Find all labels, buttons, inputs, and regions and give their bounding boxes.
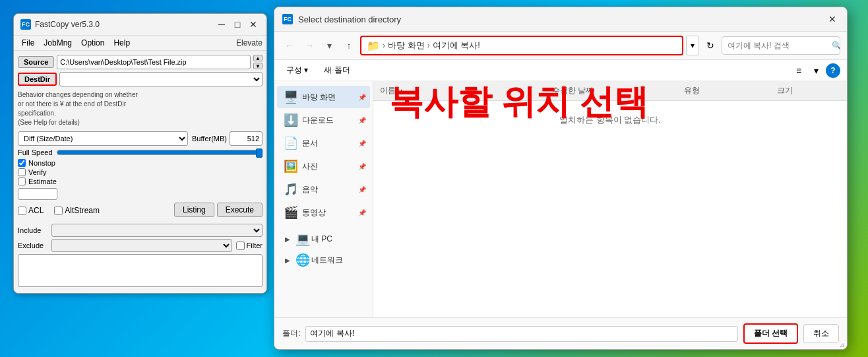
dialog-title-left: FC Select destination directory: [282, 14, 401, 24]
network-expand-arrow: ▶: [285, 257, 290, 264]
text-input-row: [18, 188, 263, 200]
nav-dropdown[interactable]: ▾: [686, 36, 699, 55]
behavior-text: Behavior changes depending on whetheror …: [18, 89, 263, 129]
mypc-icon: 💻: [295, 232, 309, 246]
nonstop-label: Nonstop: [28, 159, 55, 167]
empty-message: 일치하는 항목이 없습니다.: [559, 114, 661, 126]
scroll-down-arrow[interactable]: ▼: [253, 63, 263, 69]
nav-recent-button[interactable]: ▾: [321, 37, 338, 54]
filter-checkbox[interactable]: [236, 242, 245, 250]
log-area[interactable]: [18, 254, 263, 287]
filter-checkbox-row: Filter: [236, 242, 263, 250]
mypc-expand-arrow: ▶: [285, 236, 290, 243]
sidebar-item-videos[interactable]: 🎬 동영상 📌: [277, 201, 370, 224]
exclude-select[interactable]: [51, 239, 232, 252]
breadcrumb-current[interactable]: 여기에 복사!: [433, 40, 480, 51]
action-buttons: Listing Execute: [174, 203, 263, 217]
downloads-icon: ⬇️: [284, 113, 297, 127]
scroll-up-arrow[interactable]: ▲: [253, 55, 263, 61]
dialog-footer: 폴더: 폴더 선택 취소: [274, 317, 847, 349]
sort-arrow: ▲: [398, 87, 405, 94]
buffer-row: Buffer(MB): [192, 131, 263, 146]
sidebar-music-label: 음악: [302, 184, 318, 195]
estimate-checkbox[interactable]: [18, 178, 26, 185]
sidebar-item-network[interactable]: ▶ 🌐 네트워크: [274, 249, 373, 271]
resize-handle[interactable]: ⊿: [839, 341, 846, 348]
source-input[interactable]: [57, 55, 251, 69]
arrange-button[interactable]: 구성 ▾: [281, 63, 313, 78]
col-size[interactable]: 크기: [770, 84, 847, 98]
menu-bar: File JobMng Option Help Elevate: [14, 36, 266, 51]
minimize-button[interactable]: ─: [215, 18, 228, 31]
titlebar-left: FC FastCopy ver5.3.0: [20, 19, 100, 30]
diff-select[interactable]: Diff (Size/Date): [18, 131, 188, 146]
verify-checkbox[interactable]: [18, 168, 26, 176]
source-scroll: ▲ ▼: [253, 55, 263, 69]
dialog-nav: ← → ▾ ↑ 📁 › 바탕 화면 › 여기에 복사! ▾ ↻ 🔍: [274, 32, 847, 60]
view-list-button[interactable]: ≡: [791, 63, 806, 78]
sidebar-item-documents[interactable]: 📄 문서 📌: [277, 132, 370, 154]
execute-button[interactable]: Execute: [217, 203, 263, 217]
breadcrumb-sep2: ›: [427, 41, 430, 50]
acl-checkbox[interactable]: [18, 207, 26, 215]
file-dialog: FC Select destination directory ✕ ← → ▾ …: [274, 7, 848, 350]
search-button[interactable]: 🔍: [832, 37, 840, 54]
speed-label: Full Speed: [18, 148, 53, 156]
nav-forward-button[interactable]: →: [301, 37, 318, 54]
buffer-input[interactable]: [230, 131, 263, 146]
folder-label: 폴더:: [282, 328, 300, 339]
buffer-label: Buffer(MB): [192, 135, 227, 143]
filter-label-text: Filter: [247, 242, 263, 249]
destdir-row: DestDir: [18, 72, 263, 86]
dialog-close-button[interactable]: ✕: [826, 13, 839, 26]
col-name[interactable]: 이름 ▲: [373, 84, 545, 98]
nonstop-checkbox[interactable]: [18, 159, 26, 167]
extra-input[interactable]: [18, 188, 57, 200]
nav-up-button[interactable]: ↑: [340, 37, 357, 54]
source-button[interactable]: Source: [18, 56, 54, 68]
help-button[interactable]: ?: [826, 63, 840, 78]
cancel-button[interactable]: 취소: [803, 324, 839, 343]
nonstop-row: Nonstop: [18, 159, 263, 167]
fastcopy-body: Source ▲ ▼ DestDir Behavior changes depe…: [14, 51, 266, 293]
speed-slider[interactable]: [57, 150, 263, 155]
folder-select-button[interactable]: 폴더 선택: [743, 323, 798, 344]
network-icon: 🌐: [295, 253, 309, 267]
refresh-button[interactable]: ↻: [702, 37, 719, 54]
menu-help[interactable]: Help: [109, 37, 134, 49]
sidebar-item-mypc[interactable]: ▶ 💻 내 PC: [274, 228, 373, 249]
search-input[interactable]: [722, 38, 832, 53]
view-options-button[interactable]: ▾: [809, 63, 823, 78]
nav-back-button[interactable]: ←: [281, 37, 298, 54]
verify-label: Verify: [28, 168, 47, 176]
include-select[interactable]: [51, 224, 263, 237]
new-folder-button[interactable]: 새 폴더: [319, 63, 355, 78]
close-button[interactable]: ✕: [247, 18, 260, 31]
destdir-button[interactable]: DestDir: [18, 73, 57, 86]
fastcopy-titlebar: FC FastCopy ver5.3.0 ─ □ ✕: [14, 14, 266, 36]
maximize-button[interactable]: □: [231, 18, 244, 31]
breadcrumb-desktop[interactable]: 바탕 화면: [388, 40, 425, 51]
sidebar-network-label: 네트워크: [311, 255, 343, 266]
listing-button[interactable]: Listing: [174, 203, 214, 217]
dialog-title: Select destination directory: [298, 15, 401, 24]
sidebar-item-desktop[interactable]: 🖥️ 바탕 화면 📌: [277, 86, 370, 108]
breadcrumb-bar[interactable]: 📁 › 바탕 화면 › 여기에 복사!: [360, 36, 683, 55]
file-list: 일치하는 항목이 없습니다.: [373, 101, 847, 317]
col-type[interactable]: 유형: [677, 84, 770, 98]
acl-label: ACL: [28, 206, 44, 215]
source-row: Source ▲ ▼: [18, 55, 263, 69]
estimate-label: Estimate: [28, 178, 57, 185]
sidebar-item-music[interactable]: 🎵 음악 📌: [277, 178, 370, 201]
menu-option[interactable]: Option: [77, 37, 108, 49]
sidebar-item-pictures[interactable]: 🖼️ 사진 📌: [277, 155, 370, 178]
search-bar: 🔍: [722, 36, 840, 55]
menu-jobmng[interactable]: JobMng: [40, 37, 76, 49]
destdir-select[interactable]: [59, 72, 263, 86]
elevate-button[interactable]: Elevate: [236, 38, 263, 48]
sidebar-item-downloads[interactable]: ⬇️ 다운로드 📌: [277, 109, 370, 131]
col-date[interactable]: 수정한 날짜: [545, 84, 678, 98]
altstream-checkbox[interactable]: [54, 207, 63, 215]
menu-file[interactable]: File: [18, 37, 38, 49]
folder-input[interactable]: [305, 326, 737, 342]
